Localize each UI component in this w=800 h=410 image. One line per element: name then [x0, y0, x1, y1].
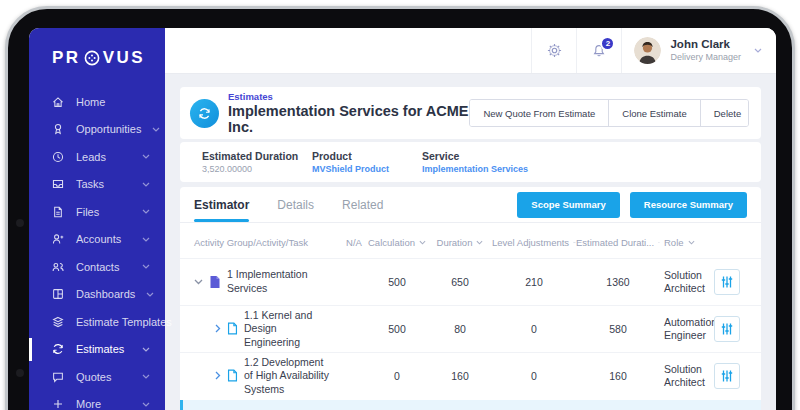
sidebar-item-contacts[interactable]: Contacts: [29, 253, 165, 281]
adjust-levels-button[interactable]: [714, 316, 740, 342]
user-plus-icon: [51, 232, 65, 246]
calculation-value: 0: [366, 370, 428, 382]
tab-estimator[interactable]: Estimator: [194, 187, 249, 222]
header-action-group: New Quote From Estimate Clone Estimate D…: [469, 99, 749, 127]
activity-name: 1.2 Development of High Availability Sys…: [244, 356, 334, 397]
app-screen: PR VUS Home: [29, 28, 776, 410]
summary-label: Service: [422, 150, 528, 162]
sidebar-item-label: Dashboards: [76, 288, 135, 300]
estimator-card: Estimator Details Related Scope Summary …: [180, 187, 761, 410]
table-row[interactable]: 1.1 Kernel and Design Engineering 500 80…: [180, 305, 761, 352]
col-duration[interactable]: Duration: [428, 237, 492, 248]
estimated-duration-value: 160: [576, 370, 660, 382]
home-icon: [51, 95, 65, 109]
table-row[interactable]: 1 Implementation Services 500 650 210 13…: [180, 258, 761, 305]
sidebar-item-label: More: [76, 398, 101, 410]
sidebar-item-tasks[interactable]: Tasks: [29, 171, 165, 199]
col-na: N/A: [342, 237, 366, 248]
sidebar-item-label: Accounts: [76, 233, 121, 245]
notifications-button[interactable]: 2: [576, 28, 621, 73]
scope-summary-button[interactable]: Scope Summary: [517, 192, 619, 218]
sidebar-item-accounts[interactable]: Accounts: [29, 226, 165, 254]
grid-icon: [51, 287, 65, 301]
sidebar-item-opportunities[interactable]: Opportunities: [29, 116, 165, 144]
tabs-row: Estimator Details Related Scope Summary …: [180, 187, 761, 223]
inbox-icon: [51, 177, 65, 191]
user-menu[interactable]: John Clark Delivery Manager: [621, 28, 776, 73]
logo-text-suffix: VUS: [103, 48, 145, 68]
estimated-duration-value: 580: [576, 323, 660, 335]
sidebar-item-estimate-templates[interactable]: Estimate Templates: [29, 308, 165, 336]
summary-card: Estimated Duration 3,520.00000 Product M…: [180, 142, 761, 182]
sidebar-item-label: Home: [76, 96, 105, 108]
sliders-icon: [720, 369, 734, 383]
sort-chevron-icon: [476, 240, 483, 245]
expand-chevron-icon[interactable]: [215, 371, 221, 380]
adjust-levels-button[interactable]: [714, 363, 740, 389]
sidebar-item-estimates[interactable]: Estimates: [29, 336, 165, 364]
sidebar-nav: Home Opportunities Leads: [29, 88, 165, 410]
chevron-down-icon: [183, 319, 191, 324]
table-header: Activity Group/Activity/Task N/A Calcula…: [180, 226, 761, 258]
sidebar-item-label: Opportunities: [76, 123, 141, 135]
expand-chevron-icon[interactable]: [215, 324, 221, 333]
product-link[interactable]: MVShield Product: [312, 164, 422, 174]
settings-button[interactable]: [531, 28, 576, 73]
sidebar-item-dashboards[interactable]: Dashboards: [29, 281, 165, 309]
col-level-adjustments[interactable]: Level Adjustments: [492, 237, 576, 248]
chevron-down-icon: [754, 48, 762, 53]
table-row[interactable]: 1.2 Development of High Availability Sys…: [180, 352, 761, 399]
sidebar-item-label: Files: [76, 206, 99, 218]
resource-summary-button[interactable]: Resource Summary: [630, 192, 747, 218]
tab-related[interactable]: Related: [342, 187, 383, 222]
notification-badge: 2: [600, 36, 615, 51]
tab-details[interactable]: Details: [277, 187, 314, 222]
summary-label: Product: [312, 150, 422, 162]
logo-text-prefix: PR: [52, 48, 81, 68]
col-activity: Activity Group/Activity/Task: [194, 237, 342, 248]
chevron-down-icon: [142, 264, 150, 269]
user-role: Delivery Manager: [670, 52, 741, 64]
users-icon: [51, 260, 65, 274]
sidebar-item-label: Contacts: [76, 261, 119, 273]
refresh-icon: [51, 342, 65, 356]
sidebar-item-label: Leads: [76, 151, 106, 163]
chevron-down-icon: [142, 402, 150, 407]
layers-icon: [51, 315, 65, 329]
col-role[interactable]: Role: [660, 237, 714, 248]
sidebar-item-leads[interactable]: Leads: [29, 143, 165, 171]
tablet-device-frame: PR VUS Home: [5, 6, 795, 410]
chevron-down-icon: [142, 237, 150, 242]
delete-button[interactable]: Delete: [700, 100, 749, 126]
page-title: Implementation Services for ACME Inc.: [228, 103, 469, 135]
summary-field-estimated-duration: Estimated Duration 3,520.00000: [202, 150, 312, 175]
plus-icon: [51, 397, 65, 410]
collapse-chevron-icon[interactable]: [194, 279, 203, 285]
col-calculation[interactable]: Calculation: [366, 237, 428, 248]
sidebar-item-label: Tasks: [76, 178, 104, 190]
sidebar-item-home[interactable]: Home: [29, 88, 165, 116]
breadcrumb[interactable]: Estimates: [228, 91, 469, 102]
service-link[interactable]: Implementation Services: [422, 164, 528, 174]
file-icon: [51, 205, 65, 219]
selected-row-partial[interactable]: [180, 400, 761, 410]
sidebar: PR VUS Home: [29, 28, 165, 410]
activity-doc-icon: [227, 322, 238, 335]
sidebar-item-files[interactable]: Files: [29, 198, 165, 226]
sliders-icon: [720, 275, 734, 289]
logo-o-icon: [84, 50, 100, 66]
chevron-down-icon: [152, 127, 160, 132]
adjust-levels-button[interactable]: [714, 269, 740, 295]
calculation-value: 500: [366, 323, 428, 335]
activity-name: 1 Implementation Services: [227, 268, 334, 295]
col-estimated-duration[interactable]: Estimated Durati...: [576, 237, 660, 248]
sidebar-item-more[interactable]: More: [29, 391, 165, 410]
new-quote-from-estimate-button[interactable]: New Quote From Estimate: [470, 100, 608, 126]
award-icon: [51, 122, 65, 136]
activity-name: 1.1 Kernel and Design Engineering: [244, 309, 334, 350]
sidebar-item-label: Estimate Templates: [76, 316, 172, 328]
sidebar-item-quotes[interactable]: Quotes: [29, 363, 165, 391]
clone-estimate-button[interactable]: Clone Estimate: [608, 100, 699, 126]
brand-logo: PR VUS: [29, 28, 165, 68]
clock-icon: [51, 150, 65, 164]
